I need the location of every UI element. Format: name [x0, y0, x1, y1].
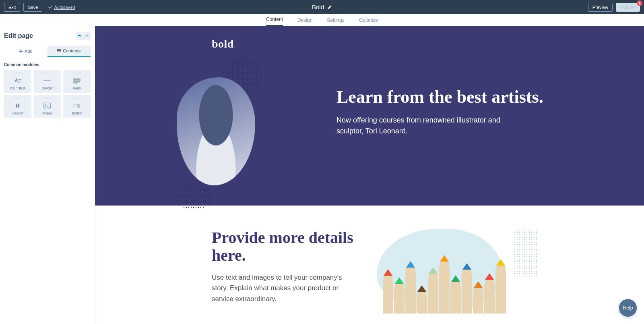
module-label: Divider — [41, 86, 53, 90]
module-label: Header — [12, 111, 24, 115]
plus-icon — [19, 49, 23, 53]
tab-settings[interactable]: Settings — [327, 15, 344, 26]
svg-point-6 — [45, 104, 47, 106]
module-richtext[interactable]: ARich Text — [4, 70, 31, 93]
undo-redo-group — [76, 32, 91, 40]
preview-button[interactable]: Preview — [588, 3, 613, 12]
undo-button[interactable] — [76, 32, 83, 40]
header-icon: H — [13, 102, 22, 110]
exit-button[interactable]: Exit — [4, 3, 20, 12]
svg-rect-1 — [74, 78, 80, 79]
sidebar-tab-add[interactable]: Add — [4, 46, 47, 57]
image-icon — [43, 102, 52, 110]
module-label: Image — [42, 111, 52, 115]
decorative-blob — [377, 229, 502, 314]
svg-rect-2 — [74, 80, 80, 81]
redo-icon — [85, 33, 89, 38]
module-header[interactable]: HHeader — [4, 95, 31, 118]
form-icon — [72, 77, 81, 85]
top-bar: Exit Save Autosaved Bold Preview Publish… — [0, 0, 644, 14]
hero-heading[interactable]: Learn from the best artists. — [336, 87, 608, 107]
sidebar: Edit page Add Contents Common modules AR… — [0, 26, 95, 324]
undo-icon — [77, 33, 82, 38]
redo-button[interactable] — [83, 32, 91, 40]
decorative-dots — [175, 185, 212, 209]
section-body-text[interactable]: Use text and images to tell your company… — [212, 272, 345, 304]
sidebar-tab-contents[interactable]: Contents — [47, 46, 91, 57]
publish-button[interactable]: Publish — [616, 3, 640, 12]
sidebar-section-label: Common modules — [4, 62, 91, 67]
autosaved-indicator[interactable]: Autosaved — [48, 5, 75, 10]
module-image[interactable]: Image — [34, 95, 61, 118]
page-canvas[interactable]: bold Learn from the best artists. Now of… — [95, 26, 644, 324]
svg-text:A: A — [15, 78, 18, 83]
svg-text:H: H — [16, 103, 20, 109]
pencil-icon — [327, 5, 332, 10]
module-label: Button — [72, 111, 82, 115]
module-divider[interactable]: Divider — [34, 70, 61, 93]
tab-content[interactable]: Content — [266, 14, 283, 26]
hero-image-area[interactable] — [131, 41, 300, 206]
save-button[interactable]: Save — [23, 3, 42, 12]
section-image-area[interactable] — [377, 229, 530, 314]
tab-design[interactable]: Design — [297, 15, 312, 26]
check-icon — [48, 5, 52, 9]
module-form[interactable]: Form — [63, 70, 91, 93]
section-heading[interactable]: Provide more details here. — [212, 229, 361, 264]
decorative-dots — [514, 229, 538, 277]
button-icon — [72, 102, 81, 110]
sidebar-title: Edit page — [4, 32, 33, 39]
details-section[interactable]: Provide more details here. Use text and … — [95, 206, 644, 314]
hero-body-text[interactable]: Now offering courses from renowned illus… — [336, 115, 506, 137]
module-button[interactable]: Button — [63, 95, 91, 118]
svg-rect-3 — [74, 82, 78, 83]
module-label: Rich Text — [10, 86, 25, 90]
notification-badge: 1 — [637, 0, 642, 6]
divider-icon — [43, 77, 52, 85]
portrait-image — [177, 77, 255, 185]
page-title[interactable]: Bold — [312, 4, 332, 10]
module-label: Form — [73, 86, 81, 90]
hero-section[interactable]: bold Learn from the best artists. Now of… — [95, 26, 644, 206]
help-button[interactable]: Help — [619, 299, 637, 317]
richtext-icon: A — [13, 77, 22, 85]
list-icon — [57, 49, 61, 53]
pencils-illustration — [383, 245, 495, 314]
nav-tabs: Content Design Settings Optimize — [0, 14, 644, 26]
tab-optimize[interactable]: Optimize — [359, 15, 378, 26]
